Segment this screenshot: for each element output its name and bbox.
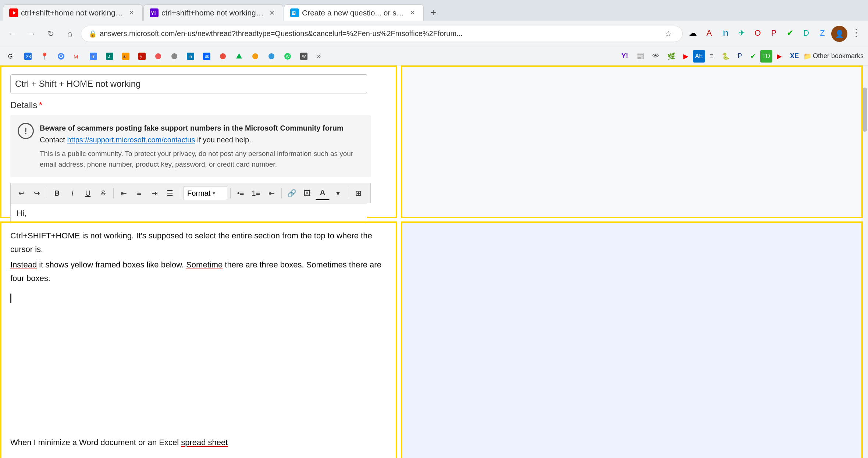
- svg-text:in: in: [189, 54, 192, 58]
- editor-empty-space[interactable]: [10, 303, 387, 436]
- tab-3-favicon: ⊞: [290, 8, 299, 17]
- ext-zoom-icon[interactable]: Z: [815, 26, 830, 40]
- svg-text:Tr: Tr: [91, 54, 95, 58]
- bookmark-item6[interactable]: W: [296, 50, 311, 63]
- other-bookmarks-folder[interactable]: 📁 Other bookmarks: [803, 52, 864, 60]
- bookmark-item5[interactable]: [264, 50, 279, 63]
- reload-button[interactable]: ↻: [43, 26, 59, 42]
- bookmark-translate[interactable]: Tr: [86, 50, 101, 63]
- bookmark-check[interactable]: ✔: [747, 50, 760, 63]
- bookmark-gdrive[interactable]: [232, 50, 246, 63]
- svg-point-27: [220, 53, 226, 59]
- svg-text:⊞: ⊞: [292, 10, 296, 16]
- content-line-2: Instead it shows yellow framed boxes lik…: [10, 258, 387, 285]
- tab-1-favicon: [9, 8, 18, 17]
- tab-2[interactable]: Y! ctrl+shift+home not working - Y... ✕: [143, 4, 283, 21]
- bookmark-amazon[interactable]: a: [118, 50, 133, 63]
- bookmark-whatsapp[interactable]: W: [280, 50, 295, 63]
- tab-2-close[interactable]: ✕: [267, 8, 277, 18]
- warning-text-main: Beware of scammers posting fake support …: [40, 122, 363, 146]
- ext-opera-icon[interactable]: O: [750, 26, 765, 40]
- tab-3-close[interactable]: ✕: [407, 8, 417, 18]
- toolbar-sep-6: [348, 188, 348, 198]
- bookmark-bing[interactable]: B: [102, 50, 117, 63]
- bookmark-paypal[interactable]: P: [734, 50, 746, 63]
- home-button[interactable]: ⌂: [62, 26, 78, 42]
- bookmark-news[interactable]: 📰: [633, 50, 648, 63]
- strikethrough-button[interactable]: S: [96, 186, 110, 200]
- redo-button[interactable]: ↪: [30, 186, 44, 200]
- browser-window: ctrl+shift+home not working - Y... ✕ Y! …: [0, 0, 868, 458]
- bookmark-item9[interactable]: 🐍: [718, 50, 733, 63]
- warning-subtext: This is a public community. To protect y…: [40, 149, 363, 170]
- ext-acrobat-icon[interactable]: A: [702, 26, 716, 40]
- link-button[interactable]: 🔗: [285, 186, 299, 200]
- scrollbar-thumb[interactable]: [862, 88, 867, 132]
- ext-pinterest-icon[interactable]: P: [766, 26, 781, 40]
- menu-icon[interactable]: ⋮: [849, 26, 864, 40]
- bullet-list-button[interactable]: •≡: [234, 186, 248, 200]
- ext-linkedin-icon[interactable]: in: [718, 26, 733, 40]
- bookmark-item7[interactable]: 🌿: [664, 50, 679, 63]
- bookmark-chrome[interactable]: [54, 50, 68, 63]
- bookmark-maps[interactable]: 📍: [37, 50, 52, 63]
- bookmark-item1[interactable]: [151, 50, 166, 63]
- editor-greeting: Hi,: [17, 209, 26, 218]
- more-dropdown-button[interactable]: ▾: [331, 186, 345, 200]
- bookmark-item3[interactable]: [216, 50, 230, 63]
- bookmark-item4[interactable]: [248, 50, 263, 63]
- ext-checkmark-icon[interactable]: ✔: [783, 26, 797, 40]
- align-left-button[interactable]: ⇤: [117, 186, 131, 200]
- outdent-button[interactable]: ⇤: [264, 186, 278, 200]
- italic-button[interactable]: I: [65, 186, 79, 200]
- align-center-button[interactable]: ≡: [132, 186, 146, 200]
- bookmark-calendar[interactable]: 23: [21, 50, 35, 63]
- bookmark-td[interactable]: TD: [760, 50, 772, 63]
- numbered-list-button[interactable]: 1≡: [249, 186, 263, 200]
- tab-3[interactable]: ⊞ Create a new questio... or start a... …: [284, 4, 424, 21]
- page-content: Details * ! Beware of scammers posting f…: [0, 65, 868, 458]
- format-dropdown[interactable]: Format ▾: [183, 186, 227, 200]
- new-tab-button[interactable]: +: [424, 4, 442, 21]
- bookmark-arrow[interactable]: ▶: [773, 50, 786, 63]
- profile-avatar[interactable]: 👤: [831, 26, 847, 42]
- back-button[interactable]: ←: [4, 26, 21, 42]
- bookmark-amex[interactable]: AE: [693, 50, 705, 63]
- tab-bar: ctrl+shift+home not working - Y... ✕ Y! …: [0, 0, 868, 21]
- align-right-button[interactable]: ⇥: [147, 186, 161, 200]
- bookmark-cbs[interactable]: 👁: [649, 50, 663, 63]
- toolbar-sep-4: [230, 188, 231, 198]
- forward-button[interactable]: →: [24, 26, 40, 42]
- bookmark-item8[interactable]: ≡: [706, 50, 717, 63]
- bookmark-item2[interactable]: [167, 50, 182, 63]
- bold-button[interactable]: B: [50, 186, 64, 200]
- bookmarks-more-button[interactable]: »: [314, 52, 324, 60]
- underline-button[interactable]: U: [81, 186, 95, 200]
- title-input[interactable]: [10, 74, 367, 93]
- ext-tripadvisor-icon[interactable]: ✈: [734, 26, 749, 40]
- ext-cloud-icon[interactable]: ☁: [686, 26, 700, 40]
- bookmark-linkedin[interactable]: in: [183, 50, 198, 63]
- text-cursor: [10, 294, 11, 303]
- image-button[interactable]: 🖼: [300, 186, 314, 200]
- bookmark-youtube[interactable]: ▶: [680, 50, 692, 63]
- bookmark-dropbox[interactable]: db: [199, 50, 214, 63]
- warning-link[interactable]: https://support.microsoft.com/contactus: [67, 136, 195, 144]
- bookmark-yelp[interactable]: y: [135, 50, 149, 63]
- address-bar[interactable]: 🔒 answers.microsoft.com/en-us/newthread?…: [81, 26, 683, 42]
- table-button[interactable]: ⊞: [351, 186, 365, 200]
- bookmark-yahoo[interactable]: Y!: [618, 50, 632, 63]
- tab-1[interactable]: ctrl+shift+home not working - Y... ✕: [3, 4, 143, 21]
- nav-bar: ← → ↻ ⌂ 🔒 answers.microsoft.com/en-us/ne…: [0, 21, 868, 47]
- bookmark-star[interactable]: ☆: [662, 27, 675, 40]
- undo-button[interactable]: ↩: [14, 186, 28, 200]
- font-color-button[interactable]: A: [316, 186, 330, 200]
- align-justify-button[interactable]: ☰: [163, 186, 177, 200]
- tab-1-close[interactable]: ✕: [126, 8, 136, 18]
- bookmark-google[interactable]: G: [4, 50, 19, 63]
- tab-2-favicon: Y!: [150, 8, 159, 17]
- bookmark-gmail[interactable]: M: [70, 50, 85, 63]
- bookmark-xe[interactable]: XE: [786, 50, 803, 63]
- svg-text:23: 23: [26, 54, 31, 59]
- ext-dashlane-icon[interactable]: D: [799, 26, 814, 40]
